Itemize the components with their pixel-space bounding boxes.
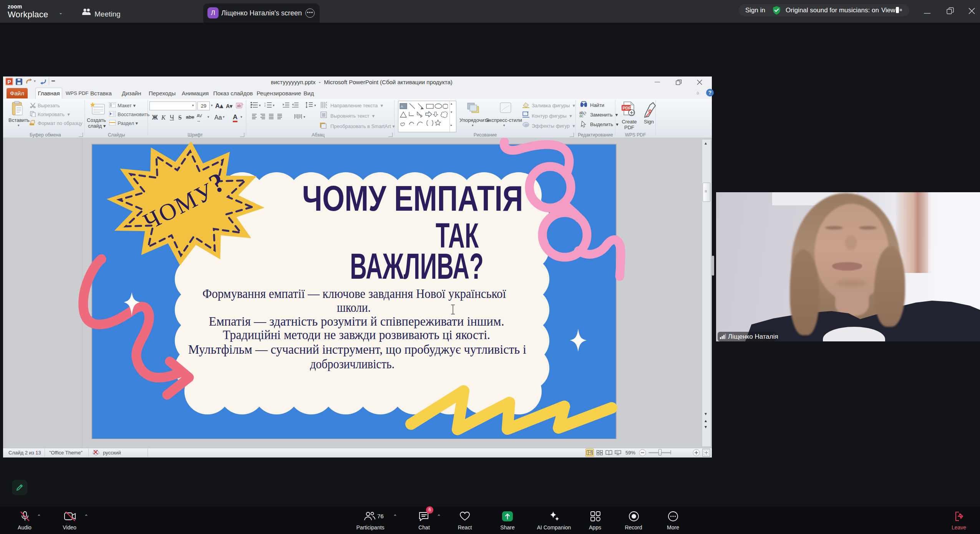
svg-text:доброзичливість.: доброзичливість. [310,357,395,371]
svg-text:Формування емпатії — ключове з: Формування емпатії — ключове завдання Но… [202,287,506,301]
svg-text:ВАЖЛИВА?: ВАЖЛИВА? [350,246,484,286]
svg-text:A: A [325,103,327,106]
svg-text:A: A [401,105,403,108]
svg-text:2: 2 [264,105,266,107]
svg-text:Емпатія — здатність розуміти й: Емпатія — здатність розуміти й співпереж… [209,314,504,328]
svg-text:ab: ab [237,104,241,108]
svg-text:PDF: PDF [623,106,631,110]
svg-text:школи.: школи. [337,301,371,314]
svg-text:Мультфільм — сучасний інструме: Мультфільм — сучасний інструмент, що про… [188,343,526,356]
svg-text:ac: ac [579,114,584,118]
svg-text:Традиційні методи не завжди ро: Традиційні методи не завжди розвивають ц… [223,328,490,342]
svg-text:ЧОМУ ЕМПАТІЯ: ЧОМУ ЕМПАТІЯ [302,179,523,218]
